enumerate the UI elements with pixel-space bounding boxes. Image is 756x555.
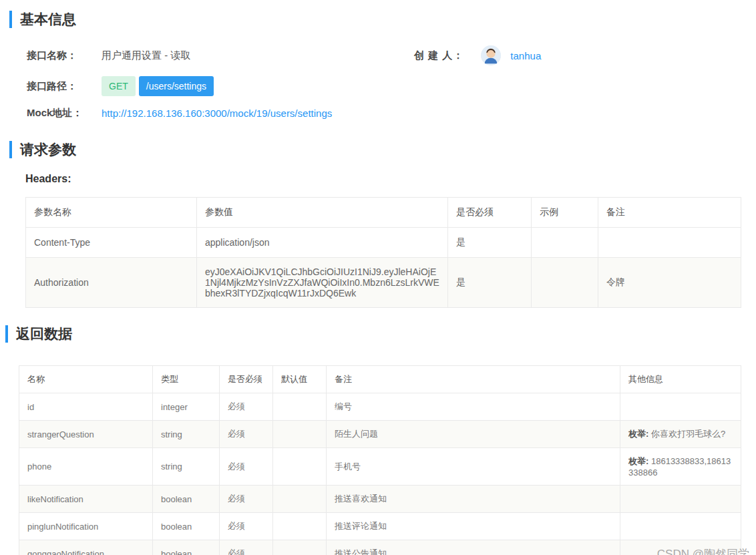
field-type-cell: string (153, 448, 220, 486)
column-header: 默认值 (273, 366, 327, 393)
request-headers-table: 参数名称 参数值 是否必须 示例 备注 Content-Type applica… (25, 197, 741, 308)
table-row: phone string 必须 手机号 枚举: 18613338833,1861… (19, 448, 741, 486)
field-type-cell: boolean (153, 513, 220, 540)
table-row: pinglunNotification boolean 必须 推送评论通知 (19, 513, 741, 540)
table-row: gonggaoNotification boolean 必须 推送公告通知 (19, 540, 741, 555)
column-header: 参数名称 (26, 198, 197, 228)
field-remark-cell: 手机号 (327, 448, 620, 486)
field-other-cell (620, 393, 741, 421)
table-row: id integer 必须 编号 (19, 393, 741, 421)
section-title-basic-info: 基本信息 (9, 11, 756, 28)
param-required-cell: 是 (448, 258, 532, 308)
field-type-cell: string (153, 421, 220, 448)
field-other-cell: 枚举: 你喜欢打羽毛球么? (620, 421, 741, 448)
creator-label: 创 建 人： (414, 49, 463, 62)
field-name-cell: phone (19, 448, 153, 486)
field-type-cell: boolean (153, 486, 220, 513)
mock-url-label: Mock地址： (27, 107, 102, 120)
param-value-cell: application/json (197, 228, 448, 258)
section-title-response-data: 返回数据 (5, 325, 756, 343)
column-header: 名称 (19, 366, 153, 393)
creator-group: 创 建 人： tanhua (414, 45, 541, 65)
field-default-cell (273, 421, 327, 448)
section-title-request-params: 请求参数 (9, 141, 756, 158)
field-required-cell: 必须 (220, 486, 273, 513)
field-required-cell: 必须 (220, 513, 273, 540)
field-type-cell: boolean (153, 540, 220, 555)
enum-label: 枚举: (628, 429, 648, 439)
field-remark-cell: 推送喜欢通知 (327, 486, 620, 513)
param-name-cell: Content-Type (26, 228, 197, 258)
param-remark-cell (598, 228, 741, 258)
field-other-cell (620, 486, 741, 513)
column-header: 其他信息 (620, 366, 741, 393)
field-remark-cell: 编号 (327, 393, 620, 421)
avatar-icon (481, 45, 501, 65)
column-header: 是否必须 (448, 198, 532, 228)
field-other-cell: 枚举: 18613338833,18613338866 (620, 448, 741, 486)
table-row: Content-Type application/json 是 (26, 228, 741, 258)
interface-path-badge: /users/settings (139, 76, 214, 96)
param-required-cell: 是 (448, 228, 532, 258)
param-example-cell (532, 228, 598, 258)
field-name-cell: gonggaoNotification (19, 540, 153, 555)
field-name-cell: id (19, 393, 153, 421)
enum-label: 枚举: (628, 456, 648, 466)
field-default-cell (273, 448, 327, 486)
table-row: Authorization eyJ0eXAiOiJKV1QiLCJhbGciOi… (26, 258, 741, 308)
enum-value: 你喜欢打羽毛球么? (648, 429, 725, 439)
column-header: 备注 (598, 198, 741, 228)
table-row: strangerQuestion string 必须 陌生人问题 枚举: 你喜欢… (19, 421, 741, 448)
interface-path-label: 接口路径： (27, 80, 102, 93)
field-required-cell: 必须 (220, 421, 273, 448)
table-row: likeNotification boolean 必须 推送喜欢通知 (19, 486, 741, 513)
param-example-cell (532, 258, 598, 308)
field-type-cell: integer (153, 393, 220, 421)
field-remark-cell: 推送评论通知 (327, 513, 620, 540)
field-default-cell (273, 486, 327, 513)
field-required-cell: 必须 (220, 540, 273, 555)
avatar (481, 45, 501, 65)
interface-name-value: 用户通用设置 - 读取 (102, 49, 414, 62)
field-name-cell: likeNotification (19, 486, 153, 513)
http-method-badge: GET (102, 76, 136, 96)
field-remark-cell: 推送公告通知 (327, 540, 620, 555)
headers-subsection-label: Headers: (25, 173, 756, 185)
column-header: 类型 (153, 366, 220, 393)
table-header-row: 参数名称 参数值 是否必须 示例 备注 (26, 198, 741, 228)
interface-name-row: 接口名称： 用户通用设置 - 读取 创 建 人： tanhua (27, 45, 756, 65)
interface-path-row: 接口路径： GET /users/settings (27, 76, 756, 96)
field-required-cell: 必须 (220, 448, 273, 486)
column-header: 备注 (327, 366, 620, 393)
field-remark-cell: 陌生人问题 (327, 421, 620, 448)
api-doc-page: 基本信息 接口名称： 用户通用设置 - 读取 创 建 人： tanhua 接口路 (0, 11, 756, 555)
field-other-cell (620, 513, 741, 540)
field-default-cell (273, 540, 327, 555)
table-header-row: 名称 类型 是否必须 默认值 备注 其他信息 (19, 366, 741, 393)
column-header: 参数值 (197, 198, 448, 228)
param-remark-cell: 令牌 (598, 258, 741, 308)
param-value-cell: eyJ0eXAiOiJKV1QiLCJhbGciOiJIUzI1NiJ9.eyJ… (197, 258, 448, 308)
field-default-cell (273, 513, 327, 540)
mock-url-row: Mock地址： http://192.168.136.160:3000/mock… (27, 107, 756, 120)
watermark: CSDN @陶然同学 (657, 546, 749, 555)
field-default-cell (273, 393, 327, 421)
basic-info-block: 接口名称： 用户通用设置 - 读取 创 建 人： tanhua 接口路径： GE… (27, 45, 756, 120)
field-name-cell: pinglunNotification (19, 513, 153, 540)
column-header: 是否必须 (220, 366, 273, 393)
field-required-cell: 必须 (220, 393, 273, 421)
column-header: 示例 (532, 198, 598, 228)
param-name-cell: Authorization (26, 258, 197, 308)
field-name-cell: strangerQuestion (19, 421, 153, 448)
mock-url-link[interactable]: http://192.168.136.160:3000/mock/19/user… (102, 108, 332, 119)
creator-link[interactable]: tanhua (510, 50, 541, 61)
interface-name-label: 接口名称： (27, 49, 102, 62)
response-data-table: 名称 类型 是否必须 默认值 备注 其他信息 id integer 必须 编号 … (19, 365, 741, 555)
